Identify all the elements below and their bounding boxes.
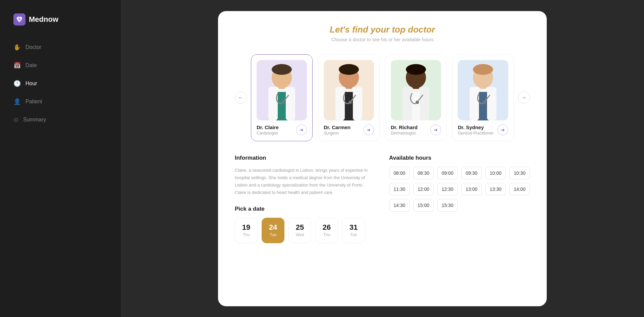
doctor-avatar-carmen (324, 60, 374, 120)
title-plain: Let's find your (330, 24, 392, 35)
svg-point-30 (473, 64, 493, 75)
hour-slot-14-00[interactable]: 14:00 (509, 183, 530, 196)
doctor-carousel: ← (235, 54, 530, 141)
sidebar-item-hour[interactable]: 🕐 Hour (7, 75, 114, 92)
main-card: Let's find your top doctor Choose a doct… (218, 11, 547, 306)
doctor-specialty-richard: Dermatologist (391, 131, 418, 136)
doctor-arrow-sydney[interactable]: ➜ (497, 124, 508, 135)
doctor-arrow-claire[interactable]: ➜ (296, 124, 307, 135)
doctor-arrow-carmen[interactable]: ➜ (363, 124, 374, 135)
hour-slot-15-00[interactable]: 15:00 (413, 199, 434, 212)
svg-point-31 (483, 101, 486, 104)
hours-grid: 08:0008:3009:0009:3010:0010:3011:3012:00… (389, 167, 530, 212)
svg-rect-10 (335, 87, 345, 120)
carousel-next-button[interactable]: → (518, 92, 530, 104)
patient-icon: 👤 (13, 98, 21, 105)
sidebar-item-label: Doctor (25, 44, 41, 50)
svg-point-23 (416, 101, 419, 104)
svg-point-7 (281, 101, 285, 104)
doctor-specialty-claire: Cardiologist (257, 131, 279, 136)
doctor-details-carmen: Dr. Carmen Surgeon (324, 124, 351, 136)
sidebar-item-date[interactable]: 📅 Date (7, 57, 114, 74)
svg-rect-2 (268, 87, 278, 120)
doctor-card-sydney[interactable]: Dr. Sydney General Practitioner ➜ (452, 54, 514, 141)
hours-section-title: Available hours (389, 155, 530, 161)
doctor-name-sydney: Dr. Sydney (458, 124, 494, 130)
sidebar-item-doctor[interactable]: ✋ Doctor (7, 39, 114, 56)
hour-slot-10-30[interactable]: 10:30 (509, 167, 530, 179)
svg-rect-18 (402, 87, 412, 120)
hour-slot-14-30[interactable]: 14:30 (389, 199, 410, 212)
hour-slot-10-00[interactable]: 10:00 (485, 167, 506, 179)
page-title: Let's find your top doctor (235, 24, 530, 35)
doctor-info-claire: Dr. Claire Cardiologist ➜ (257, 124, 307, 136)
sidebar-item-label: Summary (23, 117, 46, 123)
doctor-avatar-claire (257, 60, 307, 120)
doctor-details-richard: Dr. Richard Dermatologist (391, 124, 418, 136)
sidebar: Mednow ✋ Doctor 📅 Date 🕐 Hour 👤 Patient … (0, 0, 121, 317)
date-list: 19 Thu 24 Tue 25 Wed 26 Thu 31 Tue (235, 218, 376, 243)
doctor-card-claire[interactable]: Dr. Claire Cardiologist ➜ (251, 54, 313, 141)
doctor-card-richard[interactable]: Dr. Richard Dermatologist ➜ (385, 54, 447, 141)
svg-rect-11 (353, 87, 362, 120)
date-item-19[interactable]: 19 Thu (235, 218, 258, 243)
hour-slot-11-30[interactable]: 11:30 (389, 183, 410, 196)
svg-rect-27 (487, 87, 496, 120)
hour-slot-08-00[interactable]: 08:00 (389, 167, 410, 179)
logo-icon (13, 13, 25, 25)
doctor-info-carmen: Dr. Carmen Surgeon ➜ (324, 124, 374, 136)
sidebar-item-label: Patient (25, 99, 42, 105)
doctor-specialty-carmen: Surgeon (324, 131, 351, 136)
hour-slot-09-30[interactable]: 09:30 (461, 167, 482, 179)
hour-slot-13-30[interactable]: 13:30 (485, 183, 506, 196)
svg-rect-3 (286, 87, 295, 120)
doctor-card-carmen[interactable]: Dr. Carmen Surgeon ➜ (318, 54, 380, 141)
date-item-25[interactable]: 25 Wed (288, 218, 311, 243)
date-item-31[interactable]: 31 Tue (342, 218, 365, 243)
date-number: 25 (296, 224, 304, 231)
hour-slot-12-30[interactable]: 12:30 (437, 183, 458, 196)
date-day: Tue (350, 232, 357, 237)
date-day: Thu (243, 232, 250, 237)
sidebar-item-patient[interactable]: 👤 Patient (7, 93, 114, 110)
hour-slot-15-30[interactable]: 15:30 (437, 199, 458, 212)
date-day: Thu (323, 232, 330, 237)
summary-icon: ⊙ (13, 116, 18, 123)
svg-point-14 (339, 64, 359, 75)
title-accent: top doctor (392, 24, 435, 35)
sidebar-item-summary[interactable]: ⊙ Summary (7, 111, 114, 128)
sidebar-item-label: Hour (25, 81, 37, 87)
hour-slot-12-00[interactable]: 12:00 (413, 183, 434, 196)
date-day: Tue (270, 232, 276, 237)
subtitle: Choose a doctor to see his or her availa… (235, 37, 530, 42)
svg-point-15 (348, 101, 352, 104)
doctors-list: Dr. Claire Cardiologist ➜ (251, 54, 514, 141)
svg-rect-19 (420, 87, 429, 120)
hour-slot-13-00[interactable]: 13:00 (461, 183, 482, 196)
date-number: 19 (242, 224, 250, 231)
doctor-details-claire: Dr. Claire Cardiologist (257, 124, 279, 136)
logo-text: Mednow (29, 15, 58, 24)
date-number: 31 (350, 224, 358, 231)
doctor-details-sydney: Dr. Sydney General Practitioner (458, 124, 494, 136)
content-left: Information Claire, a seasoned cardiolog… (235, 155, 376, 243)
doctor-avatar-sydney (458, 60, 508, 120)
main-area: Let's find your top doctor Choose a doct… (121, 0, 644, 317)
hour-slot-08-30[interactable]: 08:30 (413, 167, 434, 179)
date-day: Wed (296, 232, 304, 237)
date-item-24[interactable]: 24 Tue (262, 218, 284, 243)
doctor-info-richard: Dr. Richard Dermatologist ➜ (391, 124, 441, 136)
info-text: Claire, a seasoned cardiologist in Lisbo… (235, 167, 376, 196)
date-number: 26 (323, 224, 331, 231)
content-right: Available hours 08:0008:3009:0009:3010:0… (389, 155, 530, 243)
sidebar-nav: ✋ Doctor 📅 Date 🕐 Hour 👤 Patient ⊙ Summa… (0, 39, 121, 128)
date-item-26[interactable]: 26 Thu (315, 218, 338, 243)
doctor-avatar-richard (391, 60, 441, 120)
info-section-title: Information (235, 155, 376, 161)
content-row: Information Claire, a seasoned cardiolog… (235, 155, 530, 243)
hour-slot-09-00[interactable]: 09:00 (437, 167, 458, 179)
carousel-prev-button[interactable]: ← (235, 92, 247, 104)
date-picker-title: Pick a date (235, 206, 376, 212)
doctor-specialty-sydney: General Practitioner (458, 131, 494, 136)
doctor-arrow-richard[interactable]: ➜ (430, 124, 441, 135)
